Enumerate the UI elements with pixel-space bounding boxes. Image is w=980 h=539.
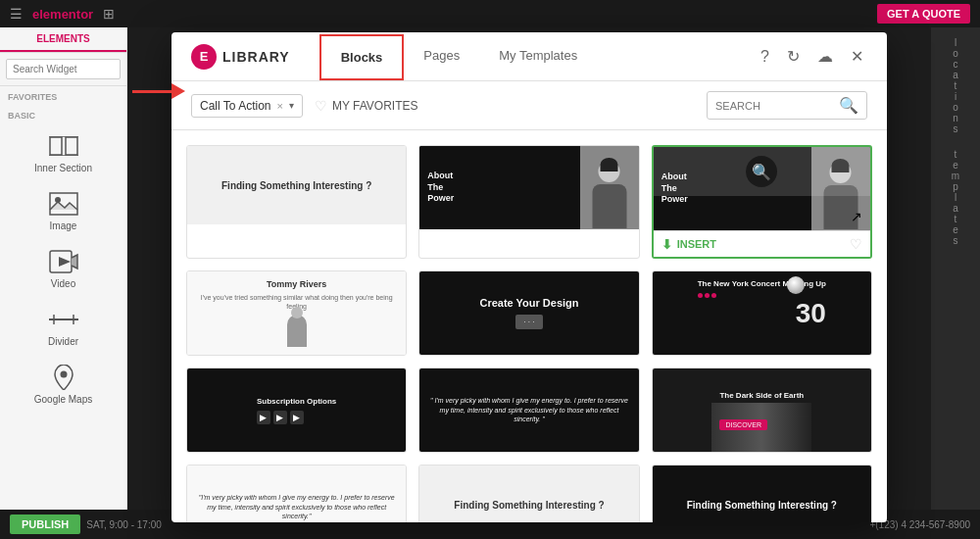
hamburger-icon[interactable]: ☰: [10, 6, 23, 22]
quote-text-light: "I'm very picky with whom I give my ener…: [197, 493, 396, 521]
sidebar-item-video[interactable]: Video: [0, 239, 126, 297]
svg-point-11: [60, 371, 67, 378]
template-card-create[interactable]: Create Your Design · · ·: [418, 270, 639, 356]
quote-text-dark: " I'm very picky with whom I give my ene…: [429, 396, 628, 424]
google-maps-label: Google Maps: [34, 394, 92, 405]
search-icon: 🔍: [839, 96, 858, 115]
bottom-bar-left: PUBLISH SAT, 9:00 - 17:00: [10, 514, 162, 534]
zoom-icon: 🔍: [746, 156, 777, 187]
card-design-finding-dark: Finding Something Interesting ?: [653, 466, 871, 522]
filter-bar: Call To Action × ▾ ♡ MY FAVORITES 🔍: [172, 81, 887, 130]
card-design-darkside: The Dark Side of Earth DISCOVER: [653, 368, 871, 452]
template-card-about-1[interactable]: AboutThePower: [418, 145, 639, 259]
publish-button[interactable]: PUBLISH: [10, 514, 80, 534]
modal-header: E LIBRARY Blocks Pages My Templates ? ↻ …: [172, 32, 887, 81]
inner-section-icon: [46, 131, 81, 161]
svg-marker-7: [59, 257, 71, 267]
create-card: Create Your Design · · ·: [479, 271, 578, 355]
tab-pages[interactable]: Pages: [404, 34, 479, 79]
tab-my-templates[interactable]: My Templates: [479, 34, 597, 79]
library-modal: E LIBRARY Blocks Pages My Templates ? ↻ …: [172, 32, 887, 522]
library-title: LIBRARY: [222, 49, 290, 65]
dot-3: [711, 293, 716, 298]
hover-overlay: 🔍: [654, 147, 870, 196]
image-icon: [46, 189, 81, 219]
download-icon: ⬇: [662, 237, 672, 252]
bottom-bar-info-left: SAT, 9:00 - 17:00: [86, 519, 162, 530]
svg-rect-0: [50, 137, 62, 155]
search-input[interactable]: [715, 100, 833, 112]
create-btn-label: · · ·: [515, 315, 542, 329]
template-card-subscription[interactable]: Subscription Options ▶ ▶ ▶: [186, 368, 407, 453]
finding-dark-card: Finding Something Interesting ?: [687, 466, 837, 522]
modal-tabs: Blocks Pages My Templates: [319, 34, 757, 79]
template-card-finding-2[interactable]: Finding Something Interesting ?: [418, 465, 639, 522]
search-input[interactable]: [6, 59, 121, 79]
elementor-logo: elementor: [32, 7, 93, 22]
card-design-quote-dark: " I'm very picky with whom I give my ene…: [419, 368, 638, 452]
sub-btn-2: ▶: [273, 411, 287, 424]
template-card-finding-1[interactable]: Finding Something Interesting ?: [186, 145, 407, 259]
filter-clear-button[interactable]: ×: [277, 100, 283, 112]
right-sidebar-locations: locations: [953, 37, 958, 134]
grid-icon[interactable]: ⊞: [103, 6, 115, 22]
photo-head: [599, 161, 620, 182]
sub-controls: ▶ ▶ ▶: [257, 411, 336, 424]
card-text-finding-1: Finding Something Interesting ?: [221, 180, 371, 191]
card-design-tommy: Tommy Rivers I've you've tried something…: [187, 271, 406, 355]
top-bar: ☰ elementor ⊞ GET A QUOTE: [0, 0, 980, 27]
refresh-button[interactable]: ↻: [783, 43, 804, 70]
template-card-finding-dark[interactable]: Finding Something Interesting ?: [652, 465, 872, 522]
template-card-tommy[interactable]: Tommy Rivers I've you've tried something…: [186, 270, 407, 356]
tommy-card: Tommy Rivers I've you've tried something…: [187, 271, 406, 355]
sidebar-item-inner-section[interactable]: Inner Section: [0, 123, 126, 181]
card-design-finding-2: Finding Something Interesting ?: [419, 466, 638, 522]
insert-button[interactable]: ⬇ INSERT: [662, 237, 716, 252]
sidebar-item-divider[interactable]: Divider: [0, 297, 126, 355]
photo-body: [592, 184, 626, 228]
maps-icon: [46, 363, 81, 392]
heart-icon: ♡: [315, 98, 327, 114]
sidebar-item-image[interactable]: Image: [0, 181, 126, 239]
template-card-quote-dark[interactable]: " I'm very picky with whom I give my ene…: [418, 368, 639, 453]
inner-section-label: Inner Section: [34, 163, 92, 173]
template-card-about-highlighted[interactable]: AboutThePower: [652, 145, 872, 259]
video-icon: [46, 247, 81, 276]
card-design-quote-light: "I'm very picky with whom I give my ener…: [187, 466, 406, 522]
card-design-about-1: AboutThePower: [419, 146, 638, 229]
subscription-card: Subscription Options ▶ ▶ ▶: [247, 368, 346, 452]
tab-blocks[interactable]: Blocks: [319, 34, 405, 80]
filter-selected-text: Call To Action: [200, 99, 271, 113]
card-footer: ⬇ INSERT ♡: [654, 230, 870, 257]
svg-rect-1: [66, 137, 77, 155]
get-quote-button[interactable]: GET A QUOTE: [877, 4, 970, 24]
tab-elements[interactable]: ELEMENTS: [0, 27, 126, 52]
card-design-concert: The New York Concert Morning Up 30: [653, 271, 871, 355]
close-button[interactable]: ✕: [847, 43, 867, 70]
template-card-darkside[interactable]: The Dark Side of Earth DISCOVER: [652, 368, 872, 453]
filter-dropdown[interactable]: Call To Action × ▾: [191, 94, 303, 118]
svg-rect-4: [50, 193, 77, 215]
card-design-finding-1: Finding Something Interesting ?: [187, 146, 406, 224]
about-card-title: AboutThePower: [427, 171, 571, 205]
concert-ball: [787, 276, 805, 294]
darkside-btn: DISCOVER: [719, 419, 767, 430]
save-button[interactable]: ☁: [813, 43, 837, 70]
card-design-subscription: Subscription Options ▶ ▶ ▶: [187, 368, 406, 452]
dot-1: [698, 293, 703, 298]
about-card-1: AboutThePower: [419, 146, 638, 229]
favorites-button[interactable]: ♡ MY FAVORITES: [315, 98, 418, 114]
search-bar: [0, 53, 126, 86]
template-card-quote-light[interactable]: "I'm very picky with whom I give my ener…: [186, 465, 407, 522]
left-sidebar: ELEMENTS FAVORITES BASIC Inner Section I…: [0, 27, 127, 510]
sub-btn-1: ▶: [257, 411, 270, 424]
favorite-heart-icon[interactable]: ♡: [850, 236, 862, 252]
card-design-about-highlighted: AboutThePower: [654, 147, 870, 230]
help-button[interactable]: ?: [757, 44, 773, 70]
darkside-title: The Dark Side of Earth: [719, 391, 804, 400]
template-card-concert[interactable]: The New York Concert Morning Up 30: [652, 270, 872, 356]
chevron-down-icon: ▾: [289, 100, 294, 111]
sidebar-item-google-maps[interactable]: Google Maps: [0, 355, 126, 413]
tommy-figure-head: [291, 307, 303, 318]
photo-area: [580, 146, 639, 229]
